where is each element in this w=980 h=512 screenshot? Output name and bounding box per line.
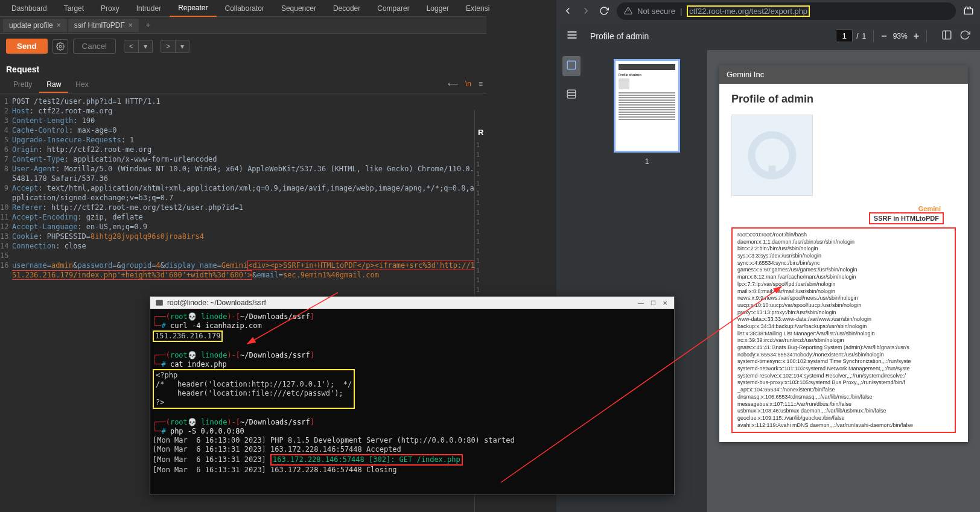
close-icon[interactable]: × bbox=[129, 21, 133, 30]
maximize-icon[interactable]: ☐ bbox=[649, 299, 657, 307]
code-line: 5Upgrade-Insecure-Requests: 1 bbox=[0, 135, 486, 145]
thumbnails-icon[interactable] bbox=[562, 56, 581, 76]
send-button[interactable]: Send bbox=[6, 39, 48, 54]
newline-icon[interactable]: ⟵ bbox=[444, 77, 462, 93]
code-line: 9Accept: text/html,application/xhtml+xml… bbox=[0, 183, 486, 203]
passwd-line: irc:x:39:39:ircd:/var/run/ircd:/usr/sbin… bbox=[737, 337, 950, 344]
close-icon[interactable]: ✕ bbox=[661, 299, 669, 307]
svg-rect-13 bbox=[769, 166, 776, 177]
passwd-line: man:x:6:12:man:/var/cache/man:/usr/sbin/… bbox=[737, 274, 950, 281]
top-tab-extensi[interactable]: Extensi bbox=[457, 1, 498, 16]
avatar bbox=[731, 115, 813, 196]
passwd-line: list:x:38:38:Mailing List Manager:/var/l… bbox=[737, 330, 950, 338]
burp-sub-tabs: update profile× ssrf HtmlToPDF× + bbox=[0, 17, 486, 34]
top-tab-sequencer[interactable]: Sequencer bbox=[273, 1, 325, 16]
zoom-out-button[interactable]: − bbox=[881, 31, 886, 42]
url-bar[interactable]: Not secure | ctf22.root-me.org/test2/exp… bbox=[617, 2, 956, 20]
outline-icon[interactable] bbox=[562, 85, 581, 105]
passwd-line: uucp:x:10:10:uucp:/var/spool/uucp:/usr/s… bbox=[737, 302, 950, 309]
passwd-line: systemd-timesync:x:100:102:systemd Time … bbox=[737, 358, 950, 365]
reload-icon[interactable] bbox=[599, 5, 609, 16]
zoom-in-button[interactable]: + bbox=[914, 31, 919, 42]
burp-top-tabs: DashboardTargetProxyIntruderRepeaterColl… bbox=[0, 0, 486, 17]
svg-rect-8 bbox=[567, 61, 576, 69]
back-icon[interactable] bbox=[562, 5, 573, 16]
passwd-output: root:x:0:0:root:/root:/bin/bashdaemon:x:… bbox=[731, 227, 956, 433]
warning-icon bbox=[624, 7, 632, 15]
passwd-line: avahi:x:112:119:Avahi mDNS daemon,,,:/va… bbox=[737, 422, 950, 429]
subtab-ssrf[interactable]: ssrf HtmlToPDF× bbox=[68, 19, 139, 32]
top-tab-intruder[interactable]: Intruder bbox=[128, 1, 170, 16]
cancel-button[interactable]: Cancel bbox=[73, 39, 116, 54]
page-input[interactable] bbox=[836, 30, 853, 42]
zoom-level: 93% bbox=[893, 32, 908, 40]
terminal-body[interactable]: ┌──(root💀 linode)-[~/Downloads/ssrf]└─# … bbox=[150, 309, 674, 478]
gemini-badge: Gemini bbox=[731, 205, 956, 212]
passwd-line: systemd-network:x:101:103:systemd Networ… bbox=[737, 365, 950, 373]
top-tab-decoder[interactable]: Decoder bbox=[325, 1, 369, 16]
add-tab-button[interactable]: + bbox=[140, 19, 156, 32]
passwd-line: gnats:x:41:41:Gnats Bug-Reporting System… bbox=[737, 344, 950, 352]
request-body[interactable]: 1POST /test2/user.php?id=1 HTTP/1.12Host… bbox=[0, 93, 486, 283]
menu-icon[interactable] bbox=[566, 29, 578, 43]
page-indicator: / 1 bbox=[836, 30, 866, 42]
request-label: Request bbox=[0, 58, 486, 77]
extensions-icon[interactable] bbox=[963, 5, 974, 16]
terminal-title: root@linode: ~/Downloads/ssrf bbox=[167, 299, 266, 307]
code-line: 10Referer: http://ctf22.root-me.org/test… bbox=[0, 203, 486, 212]
passwd-line: geoclue:x:109:115::/var/lib/geoclue:/bin… bbox=[737, 415, 950, 422]
top-tab-dashboard[interactable]: Dashboard bbox=[3, 1, 56, 16]
top-tab-comparer[interactable]: Comparer bbox=[369, 1, 418, 16]
code-line: 4Cache-Control: max-age=0 bbox=[0, 125, 486, 135]
svg-rect-14 bbox=[156, 300, 163, 305]
passwd-line: root:x:0:0:root:/root:/bin/bash bbox=[737, 232, 950, 239]
code-line: 12Accept-Language: en-US,en;q=0.9 bbox=[0, 222, 486, 232]
view-tab-hex[interactable]: Hex bbox=[68, 77, 95, 93]
prev-button[interactable]: < bbox=[124, 40, 139, 53]
code-line: 8User-Agent: Mozilla/5.0 (Windows NT 10.… bbox=[0, 164, 486, 183]
code-line: 14Connection: close bbox=[0, 241, 486, 251]
settings-icon[interactable] bbox=[52, 39, 68, 54]
code-line: 2Host: ctf22.root-me.org bbox=[0, 106, 486, 116]
close-icon[interactable]: × bbox=[57, 21, 61, 30]
next-dropdown[interactable]: ▾ bbox=[176, 40, 189, 53]
prev-dropdown[interactable]: ▾ bbox=[139, 40, 153, 53]
view-tab-pretty[interactable]: Pretty bbox=[6, 77, 39, 93]
subtab-label: update profile bbox=[9, 21, 53, 30]
wrap-icon[interactable]: \n bbox=[462, 77, 475, 93]
subtab-label: ssrf HtmlToPDF bbox=[74, 21, 125, 30]
passwd-line: bin:x:2:2:bin:/bin:/usr/sbin/nologin bbox=[737, 245, 950, 253]
passwd-line: sync:x:4:65534:sync:/bin:/bin/sync bbox=[737, 260, 950, 267]
passwd-line: usbmux:x:108:46:usbmux daemon,,,:/var/li… bbox=[737, 408, 950, 415]
page-canvas[interactable]: Gemini Inc Profile of admin Gemini SSRF … bbox=[707, 50, 980, 512]
next-button[interactable]: > bbox=[161, 40, 176, 53]
top-tab-logger[interactable]: Logger bbox=[418, 1, 457, 16]
passwd-line: mail:x:8:8:mail:/var/mail:/usr/sbin/nolo… bbox=[737, 288, 950, 296]
pdf-page: Gemini Inc Profile of admin Gemini SSRF … bbox=[719, 65, 968, 442]
menu-icon[interactable]: ≡ bbox=[475, 77, 486, 93]
top-tab-proxy[interactable]: Proxy bbox=[92, 1, 128, 16]
forward-icon[interactable] bbox=[581, 5, 591, 16]
code-line: 6Origin: http://ctf22.root-me.org bbox=[0, 145, 486, 154]
passwd-line: dnsmasq:x:106:65534:dnsmasq,,,:/var/lib/… bbox=[737, 394, 950, 401]
minimize-icon[interactable]: — bbox=[637, 299, 645, 307]
passwd-line: daemon:x:1:1:daemon:/usr/sbin:/usr/sbin/… bbox=[737, 239, 950, 246]
not-secure-label: Not secure bbox=[637, 7, 675, 16]
page-total: 1 bbox=[862, 32, 867, 40]
subtab-update-profile[interactable]: update profile× bbox=[3, 19, 67, 32]
passwd-line: news:x:9:9:news:/var/spool/news:/usr/sbi… bbox=[737, 295, 950, 302]
passwd-line: backup:x:34:34:backup:/var/backups:/usr/… bbox=[737, 323, 950, 330]
zoom-controls: − 93% + bbox=[881, 31, 919, 42]
terminal-window: root@linode: ~/Downloads/ssrf — ☐ ✕ ┌──(… bbox=[150, 296, 675, 495]
fit-icon[interactable] bbox=[941, 30, 952, 42]
rotate-icon[interactable] bbox=[959, 30, 970, 42]
code-line: 11Accept-Encoding: gzip, deflate bbox=[0, 212, 486, 222]
top-tab-collaborator[interactable]: Collaborator bbox=[217, 1, 273, 16]
top-tab-target[interactable]: Target bbox=[56, 1, 92, 16]
page-thumbnail[interactable]: Profile of admin bbox=[614, 59, 680, 153]
view-tab-raw[interactable]: Raw bbox=[39, 77, 68, 93]
top-tab-repeater[interactable]: Repeater bbox=[170, 0, 216, 17]
code-line: 16username=admin&password=&groupid=4&dis… bbox=[0, 261, 486, 280]
thumbnail-number: 1 bbox=[645, 157, 649, 166]
url-text: ctf22.root-me.org/test2/export.php bbox=[687, 5, 810, 17]
